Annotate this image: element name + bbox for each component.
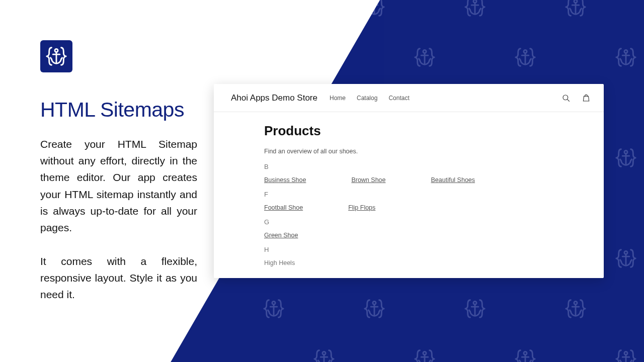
products-subheading: Find an overview of all our shoes.: [264, 148, 553, 155]
anchor-braces-icon: [413, 347, 436, 362]
group-letter: H: [264, 246, 553, 253]
pattern-anchor-icon: [513, 347, 537, 362]
anchor-braces-icon: [463, 0, 487, 19]
anchor-braces-icon: [614, 46, 637, 69]
group-letter: G: [264, 218, 553, 226]
anchor-braces-icon: [614, 146, 637, 169]
search-icon[interactable]: [561, 94, 571, 103]
pattern-anchor-icon: [463, 297, 487, 321]
pattern-anchor-icon: [463, 0, 487, 19]
store-nav: Home Catalog Contact: [330, 95, 410, 102]
anchor-braces-icon: [363, 297, 386, 320]
pattern-anchor-icon: [513, 45, 537, 69]
description-paragraph-1: Create your HTML Sitemap without any eff…: [40, 136, 197, 236]
nav-catalog[interactable]: Catalog: [357, 95, 377, 102]
anchor-braces-icon: [463, 297, 487, 320]
pattern-anchor-icon: [262, 297, 286, 321]
pattern-anchor-icon: [312, 347, 336, 362]
sitemap-group: FFootball ShoeFlip Flops: [264, 191, 553, 211]
anchor-braces-icon: [45, 45, 68, 68]
sitemap-link[interactable]: Business Shoe: [264, 176, 306, 184]
store-body: Products Find an overview of all our sho…: [214, 112, 604, 266]
pattern-anchor-icon: [413, 45, 437, 69]
page-title: HTML Sitemaps: [40, 98, 197, 122]
store-actions: [561, 94, 591, 103]
nav-home[interactable]: Home: [330, 95, 346, 102]
anchor-braces-icon: [262, 0, 285, 19]
sitemap-group: BBusiness ShoeBrown ShoeBeautiful Shoes: [264, 163, 553, 184]
sitemap-link[interactable]: Football Shoe: [264, 204, 303, 211]
sitemap-link[interactable]: Flip Flops: [348, 204, 375, 211]
store-preview-window: Ahoi Apps Demo Store Home Catalog Contac…: [214, 84, 604, 278]
anchor-braces-icon: [614, 247, 637, 270]
svg-point-33: [563, 95, 568, 100]
pattern-anchor-icon: [262, 0, 286, 19]
pattern-anchor-icon: [614, 347, 638, 362]
pattern-anchor-icon: [614, 45, 638, 69]
cart-icon[interactable]: [582, 94, 591, 103]
description-paragraph-2: It comes with a flexible, responsive lay…: [40, 253, 197, 303]
store-header: Ahoi Apps Demo Store Home Catalog Contac…: [214, 84, 604, 112]
group-letter: B: [264, 163, 553, 170]
group-items: Business ShoeBrown ShoeBeautiful Shoes: [264, 176, 553, 184]
svg-point-0: [272, 0, 275, 3]
products-heading: Products: [264, 123, 553, 139]
pattern-anchor-icon: [312, 45, 336, 69]
nav-contact[interactable]: Contact: [388, 95, 409, 102]
left-column: HTML Sitemaps Create your HTML Sitemap w…: [40, 98, 197, 303]
truncated-item: High Heels: [264, 259, 553, 266]
anchor-braces-icon: [312, 46, 336, 69]
pattern-anchor-icon: [413, 347, 437, 362]
sitemap-group: GGreen Shoe: [264, 218, 553, 239]
anchor-braces-icon: [363, 0, 386, 19]
pattern-anchor-icon: [564, 297, 588, 321]
pattern-anchor-icon: [614, 246, 638, 270]
anchor-braces-icon: [564, 297, 587, 320]
anchor-braces-icon: [413, 46, 436, 69]
anchor-braces-icon: [262, 297, 285, 320]
sitemap-group: H: [264, 246, 553, 253]
anchor-braces-icon: [614, 347, 637, 362]
sitemap-link[interactable]: Brown Shoe: [351, 176, 385, 184]
anchor-braces-icon: [564, 0, 587, 19]
marketing-slide: HTML Sitemaps Create your HTML Sitemap w…: [0, 0, 644, 362]
svg-point-1: [373, 0, 376, 3]
group-items: Green Shoe: [264, 232, 553, 239]
anchor-braces-icon: [514, 347, 537, 362]
pattern-anchor-icon: [564, 0, 588, 19]
app-logo: [40, 40, 72, 72]
store-title: Ahoi Apps Demo Store: [231, 93, 317, 103]
group-letter: F: [264, 191, 553, 198]
sitemap-link[interactable]: Green Shoe: [264, 232, 298, 239]
pattern-anchor-icon: [362, 0, 386, 19]
group-items: Football ShoeFlip Flops: [264, 204, 553, 211]
pattern-anchor-icon: [614, 146, 638, 170]
pattern-anchor-icon: [362, 297, 386, 321]
sitemap-groups: BBusiness ShoeBrown ShoeBeautiful ShoesF…: [264, 163, 553, 253]
anchor-braces-icon: [312, 347, 336, 362]
sitemap-link[interactable]: Beautiful Shoes: [431, 176, 475, 184]
svg-point-4: [323, 50, 326, 53]
svg-line-34: [568, 99, 570, 101]
anchor-braces-icon: [514, 46, 537, 69]
